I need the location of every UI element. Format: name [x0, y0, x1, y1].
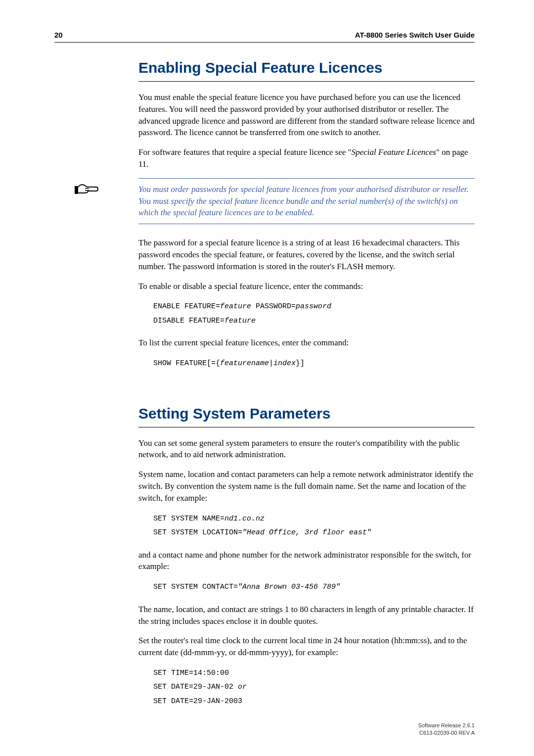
cmd-param: "Anna Brown 03-456 789" — [238, 583, 340, 591]
cmd-text: SET DATE=29-JAN-02 — [153, 683, 238, 691]
paragraph: You must enable the special feature lice… — [138, 92, 475, 139]
heading-enabling-licences: Enabling Special Feature Licences — [138, 57, 475, 82]
content-area: Enabling Special Feature Licences You mu… — [138, 57, 475, 709]
cmd-text: DISABLE FEATURE= — [153, 317, 224, 325]
note-block: You must order passwords for special fea… — [104, 178, 475, 224]
cmd-text: SET SYSTEM CONTACT= — [153, 583, 238, 591]
footer-docid: C613-02039-00 REV A — [418, 729, 475, 736]
cmd-text: SET DATE=29-JAN-2003 — [153, 697, 242, 706]
command-block: SHOW FEATURE[={featurename|index}] — [153, 357, 475, 371]
command-line: SET DATE=29-JAN-02 or — [153, 680, 475, 695]
page-number: 20 — [54, 30, 63, 40]
document-title: AT-8800 Series Switch User Guide — [355, 30, 475, 40]
paragraph: The name, location, and contact are stri… — [138, 604, 475, 627]
cmd-param: feature — [220, 302, 251, 311]
cmd-italic: or — [238, 683, 247, 691]
cmd-text: | — [269, 359, 273, 368]
command-line: SHOW FEATURE[={featurename|index}] — [153, 357, 475, 371]
cmd-param: index — [273, 359, 296, 368]
page: 20 AT-8800 Series Switch User Guide Enab… — [0, 0, 534, 737]
cmd-text: SET SYSTEM LOCATION= — [153, 528, 242, 537]
cmd-text: }] — [296, 359, 305, 368]
text: For software features that require a spe… — [138, 147, 352, 157]
page-header: 20 AT-8800 Series Switch User Guide — [54, 30, 475, 43]
command-line: SET TIME=14:50:00 — [153, 666, 475, 681]
cmd-text: SHOW FEATURE[={ — [153, 359, 220, 368]
paragraph: To list the current special feature lice… — [138, 337, 475, 349]
paragraph: The password for a special feature licen… — [138, 237, 475, 272]
footer-release: Software Release 2.6.1 — [418, 722, 475, 729]
cmd-text: ENABLE FEATURE= — [153, 302, 220, 311]
cmd-param: "Head Office, 3rd floor east" — [242, 528, 371, 537]
reference-italic: Special Feature Licences — [352, 147, 436, 157]
cmd-text: PASSWORD= — [251, 302, 296, 311]
command-line: DISABLE FEATURE=feature — [153, 314, 475, 329]
command-line: ENABLE FEATURE=feature PASSWORD=password — [153, 300, 475, 314]
heading-system-parameters: Setting System Parameters — [138, 403, 475, 427]
paragraph: Set the router's real time clock to the … — [138, 635, 475, 659]
paragraph: and a contact name and phone number for … — [138, 549, 475, 573]
cmd-param: featurename — [220, 359, 269, 368]
paragraph: For software features that require a spe… — [138, 146, 475, 170]
pointing-hand-icon — [74, 180, 101, 200]
command-line: SET DATE=29-JAN-2003 — [153, 695, 475, 709]
paragraph: System name, location and contact parame… — [138, 469, 475, 504]
command-block: SET SYSTEM NAME=nd1.co.nz SET SYSTEM LOC… — [153, 512, 475, 540]
command-block: SET TIME=14:50:00 SET DATE=29-JAN-02 or … — [153, 666, 475, 709]
command-line: SET SYSTEM CONTACT="Anna Brown 03-456 78… — [153, 580, 475, 595]
cmd-param: feature — [224, 317, 256, 325]
note-border: You must order passwords for special fea… — [138, 178, 475, 224]
cmd-text: SET SYSTEM NAME= — [153, 515, 224, 523]
note-text: You must order passwords for special fea… — [138, 184, 475, 219]
command-block: SET SYSTEM CONTACT="Anna Brown 03-456 78… — [153, 580, 475, 595]
command-block: ENABLE FEATURE=feature PASSWORD=password… — [153, 300, 475, 328]
command-line: SET SYSTEM NAME=nd1.co.nz — [153, 512, 475, 526]
cmd-param: password — [296, 302, 331, 311]
paragraph: To enable or disable a special feature l… — [138, 281, 475, 292]
command-line: SET SYSTEM LOCATION="Head Office, 3rd fl… — [153, 526, 475, 540]
cmd-param: nd1.co.nz — [224, 515, 265, 523]
page-footer: Software Release 2.6.1 C613-02039-00 REV… — [418, 722, 475, 736]
paragraph: You can set some general system paramete… — [138, 437, 475, 461]
cmd-text: SET TIME=14:50:00 — [153, 669, 229, 677]
